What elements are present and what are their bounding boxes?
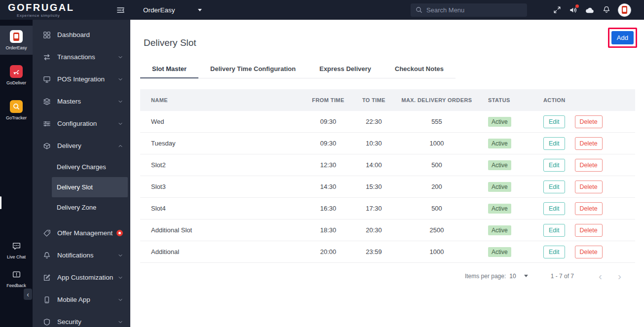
sidebar-item-app-customization[interactable]: App Customization <box>33 266 130 289</box>
chevron-down-icon <box>117 253 123 258</box>
cell-to-time: 14:00 <box>352 161 395 169</box>
sidebar-item-label: Configuration <box>57 120 97 127</box>
delete-button[interactable]: Delete <box>575 137 603 150</box>
delivery-slot-table: NAMEFROM TIMETO TIMEMAX. DELIVERY ORDERS… <box>140 89 635 263</box>
sidebar-submenu: Delivery ChargesDelivery SlotDelivery Zo… <box>33 157 130 222</box>
cell-actions: EditDelete <box>532 224 635 237</box>
topbar: GOFRUGAL Experience simplicity OrderEasy <box>0 0 644 20</box>
tab-checkout-notes[interactable]: Checkout Notes <box>383 61 455 78</box>
cell-to-time: 17:30 <box>352 205 395 212</box>
notifications-icon <box>43 252 51 259</box>
previous-page-button[interactable]: ‹ <box>599 271 602 281</box>
sidebar-item-label: POS Integration <box>57 75 105 83</box>
main-content: Delivery Slot Add Slot MasterDelivery Ti… <box>130 20 644 327</box>
sidebar-subitem-delivery-charges[interactable]: Delivery Charges <box>33 157 130 177</box>
rail-item-ordereasy[interactable]: OrderEasy <box>0 26 33 55</box>
app-selector-dropdown[interactable]: OrderEasy <box>143 6 202 14</box>
rail-item-feedback[interactable]: Feedback <box>0 268 33 291</box>
cell-max-orders: 1000 <box>395 140 478 147</box>
cell-to-time: 15:30 <box>352 183 395 190</box>
sidebar-item-mobile-app[interactable]: Mobile App <box>33 289 130 311</box>
cell-status: Active <box>478 225 532 235</box>
body-row: OrderEasy GoDeliver GoTracker <box>0 20 644 327</box>
sidebar-item-pos-integration[interactable]: POS Integration <box>33 68 130 90</box>
sidebar-item-security[interactable]: Security <box>33 311 130 327</box>
tab-slot-master[interactable]: Slot Master <box>140 61 198 78</box>
profile-avatar[interactable] <box>618 3 631 17</box>
table-row: Additional Slot18:3020:302500ActiveEditD… <box>140 219 635 241</box>
column-header-status: STATUS <box>478 97 532 103</box>
app-rail: OrderEasy GoDeliver GoTracker <box>0 20 33 327</box>
sidebar-item-label: App Customization <box>57 274 113 281</box>
cloud-sync-icon[interactable] <box>585 6 595 14</box>
chevron-down-icon <box>117 319 123 325</box>
items-per-page-label: Items per page: <box>465 273 506 280</box>
chevron-down-icon <box>117 275 123 281</box>
edit-button[interactable]: Edit <box>543 159 565 172</box>
rail-item-gotracker[interactable]: GoTracker <box>0 96 33 125</box>
search-input[interactable] <box>426 6 522 14</box>
search-menu-box[interactable] <box>411 3 527 17</box>
cell-name: Wed <box>140 118 304 125</box>
rail-item-label: Feedback <box>6 283 26 288</box>
feedback-icon <box>12 270 21 282</box>
menu-toggle-icon[interactable] <box>116 5 125 15</box>
next-page-button[interactable]: › <box>618 271 621 281</box>
column-header-max-delivery-orders: MAX. DELIVERY ORDERS <box>395 97 478 103</box>
cell-status: Active <box>478 182 532 192</box>
delete-button[interactable]: Delete <box>575 224 603 237</box>
delete-button[interactable]: Delete <box>575 115 603 128</box>
sidebar-item-label: Security <box>57 318 81 326</box>
sidebar-item-label: Delivery <box>57 142 81 149</box>
sidebar-item-offer-management[interactable]: Offer Management <box>33 222 130 244</box>
column-header-name: NAME <box>140 97 304 103</box>
transactions-icon <box>43 53 51 61</box>
sidebar-menu: DashboardTransactionsPOS IntegrationMast… <box>33 24 130 327</box>
sidebar-subitem-delivery-slot[interactable]: Delivery Slot <box>52 177 128 197</box>
sidebar-item-configuration[interactable]: Configuration <box>33 112 130 135</box>
cell-name: Additional <box>140 248 304 255</box>
chevron-down-icon <box>117 99 123 105</box>
delete-button[interactable]: Delete <box>575 246 603 258</box>
table-header: NAMEFROM TIMETO TIMEMAX. DELIVERY ORDERS… <box>140 89 635 111</box>
cell-max-orders: 1000 <box>395 248 478 255</box>
rail-item-live-chat[interactable]: Live Chat <box>0 239 33 262</box>
items-per-page-select[interactable]: 10 <box>509 273 528 280</box>
edit-button[interactable]: Edit <box>543 115 565 128</box>
sidebar-item-delivery[interactable]: Delivery <box>33 135 130 157</box>
sidebar-item-transactions[interactable]: Transactions <box>33 46 130 68</box>
edit-button[interactable]: Edit <box>543 137 565 150</box>
edit-button[interactable]: Edit <box>543 224 565 237</box>
dashboard-icon <box>43 31 51 39</box>
page-range-label: 1 - 7 of 7 <box>551 273 574 280</box>
tab-delivery-time-configuration[interactable]: Delivery Time Configuration <box>198 61 307 78</box>
collapse-rail-button[interactable]: ‹ <box>24 289 32 300</box>
notifications-bell-icon[interactable] <box>602 5 611 14</box>
sidebar-item-notifications[interactable]: Notifications <box>33 244 130 266</box>
add-button[interactable]: Add <box>611 31 634 44</box>
cell-status: Active <box>478 204 532 214</box>
delete-button[interactable]: Delete <box>575 181 603 193</box>
sidebar-item-label: Masters <box>57 98 81 105</box>
status-badge: Active <box>488 117 511 127</box>
delete-button[interactable]: Delete <box>575 202 603 215</box>
edit-button[interactable]: Edit <box>543 246 565 258</box>
sidebar-item-label: Mobile App <box>57 296 90 303</box>
tab-express-delivery[interactable]: Express Delivery <box>307 61 383 78</box>
cell-max-orders: 500 <box>395 205 478 212</box>
search-icon <box>416 6 422 13</box>
pagination-bar: Items per page: 10 1 - 7 of 7 ‹ › <box>140 271 635 281</box>
rail-item-godeliver[interactable]: GoDeliver <box>0 61 33 90</box>
topbar-brand-area: GOFRUGAL Experience simplicity <box>0 2 130 18</box>
sidebar-item-masters[interactable]: Masters <box>33 90 130 112</box>
sidebar-subitem-delivery-zone[interactable]: Delivery Zone <box>33 197 130 218</box>
status-badge: Active <box>488 182 511 192</box>
delete-button[interactable]: Delete <box>575 159 603 172</box>
table-row: Slot416:3017:30500ActiveEditDelete <box>140 198 635 219</box>
edit-button[interactable]: Edit <box>543 202 565 215</box>
edit-button[interactable]: Edit <box>543 181 565 193</box>
cell-name: Additional Slot <box>140 226 304 234</box>
whats-new-icon[interactable] <box>568 5 578 15</box>
fullscreen-icon[interactable] <box>553 5 562 14</box>
sidebar-item-dashboard[interactable]: Dashboard <box>33 24 130 46</box>
